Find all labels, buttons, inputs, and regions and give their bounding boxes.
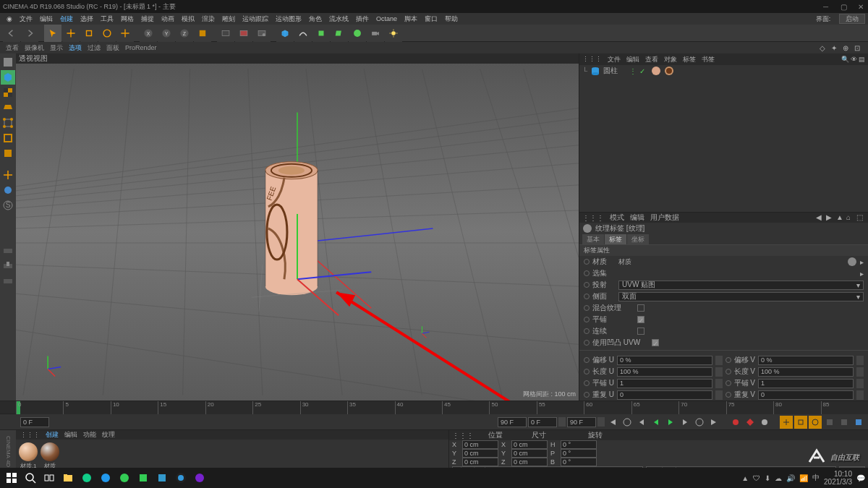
view-menu[interactable]: 查看: [6, 43, 19, 53]
rot-p-input[interactable]: [561, 449, 597, 458]
eye-icon[interactable]: 👁: [851, 56, 857, 63]
max-frame-input[interactable]: [567, 417, 596, 427]
rot-b-input[interactable]: [561, 458, 597, 466]
nav-next-icon[interactable]: ▶: [826, 213, 835, 222]
attr-edit[interactable]: 编辑: [630, 213, 644, 223]
edge-mode[interactable]: [1, 131, 15, 145]
app3-icon[interactable]: [153, 469, 171, 487]
attr-material-val[interactable]: 材质: [618, 257, 844, 267]
tray-icon[interactable]: 📶: [799, 474, 808, 482]
tag-tex2-icon[interactable]: [664, 66, 674, 76]
spinner-icon[interactable]: [856, 367, 864, 377]
generator[interactable]: [312, 25, 330, 42]
nav-lock-icon[interactable]: ⬚: [856, 213, 865, 222]
notif-icon[interactable]: 💬: [856, 474, 865, 482]
objmgr-file[interactable]: 文件: [608, 55, 621, 64]
menu-track[interactable]: 运动跟踪: [239, 14, 272, 24]
render-settings[interactable]: [253, 25, 271, 42]
size-z-input[interactable]: [511, 458, 548, 466]
start-button[interactable]: [3, 469, 20, 487]
menu-pipe[interactable]: 流水线: [326, 14, 352, 24]
deformer[interactable]: [331, 25, 348, 42]
search-icon[interactable]: [22, 469, 39, 487]
scale-tool[interactable]: [80, 25, 98, 42]
coord-system[interactable]: [194, 25, 211, 42]
pos-y-input[interactable]: [462, 449, 498, 458]
tray-ime[interactable]: 中: [812, 473, 820, 483]
axis-mode[interactable]: [1, 168, 15, 182]
render-pv[interactable]: [235, 25, 252, 42]
prim-spline[interactable]: [294, 25, 312, 42]
maximize-icon[interactable]: ▢: [841, 3, 848, 10]
move-tool[interactable]: [62, 25, 80, 42]
size-x-input[interactable]: [511, 440, 548, 449]
menu-tool[interactable]: 工具: [97, 14, 117, 24]
list-icon[interactable]: ▤: [859, 56, 865, 63]
material-item[interactable]: 材质.1: [19, 442, 38, 470]
view-nav-1[interactable]: ◇: [817, 43, 827, 53]
tag-tex1-icon[interactable]: [651, 66, 661, 76]
menu-plugin[interactable]: 插件: [352, 14, 373, 24]
attr-conn-check[interactable]: [637, 328, 644, 335]
objmgr-tags[interactable]: 标签: [683, 55, 696, 64]
spinner-icon[interactable]: [856, 379, 864, 388]
record-button[interactable]: [729, 416, 742, 429]
attr-side-select[interactable]: 双面▾: [618, 292, 864, 301]
browser-icon[interactable]: [97, 469, 114, 487]
scale-key[interactable]: [794, 416, 807, 429]
pla-key[interactable]: [838, 416, 851, 429]
attr-bump-check[interactable]: ✓: [652, 339, 659, 346]
fcurve-button[interactable]: [852, 416, 865, 429]
arrow-icon[interactable]: ▸: [860, 258, 864, 266]
menu-render[interactable]: 渲染: [198, 14, 218, 24]
camera[interactable]: [367, 25, 384, 42]
prorender-menu[interactable]: ProRender: [125, 44, 157, 51]
spinner-icon[interactable]: [597, 417, 605, 427]
menu-char[interactable]: 角色: [305, 14, 326, 24]
keymode-button[interactable]: [758, 416, 771, 429]
view-nav-4[interactable]: ⊡: [852, 43, 862, 53]
material-preview-icon[interactable]: [847, 257, 857, 267]
undo-button[interactable]: [3, 25, 20, 42]
rotate-tool[interactable]: [98, 25, 116, 42]
clock[interactable]: 10:10 2021/3/3: [824, 470, 852, 486]
windows-taskbar[interactable]: ▲ 🛡 ⬇ ☁ 🔊 📶 中 10:10 2021/3/3 💬: [0, 468, 868, 488]
minimize-icon[interactable]: ─: [823, 3, 830, 10]
point-mode[interactable]: [1, 116, 15, 130]
edge-icon[interactable]: [78, 469, 95, 487]
render-view[interactable]: [217, 25, 234, 42]
mat-create[interactable]: 创建: [46, 430, 59, 440]
app4-icon[interactable]: [191, 469, 208, 487]
prev-frame-button[interactable]: [635, 416, 648, 429]
offset-v-input[interactable]: [758, 356, 854, 365]
prev-key-button[interactable]: [621, 416, 634, 429]
locked-wp[interactable]: [1, 258, 15, 273]
material-item[interactable]: 材质: [41, 442, 59, 470]
repeat-u-input[interactable]: [617, 390, 712, 400]
recent-tool[interactable]: [116, 25, 134, 42]
spinner-icon[interactable]: [856, 390, 864, 400]
menu-select[interactable]: 选择: [77, 14, 97, 24]
pos-z-input[interactable]: [462, 458, 498, 466]
spinner-icon[interactable]: [715, 390, 723, 400]
attr-mix-check[interactable]: [637, 304, 644, 312]
view-nav-2[interactable]: ✦: [829, 43, 839, 53]
objmgr-book[interactable]: 书签: [702, 55, 715, 64]
play-back-button[interactable]: [650, 416, 663, 429]
mat-tex[interactable]: 纹理: [102, 430, 115, 440]
close-icon[interactable]: ✕: [858, 3, 865, 10]
c4d-task-icon[interactable]: [172, 469, 190, 487]
objmgr-edit[interactable]: 编辑: [626, 55, 639, 64]
length-v-input[interactable]: [758, 367, 854, 377]
next-frame-button[interactable]: [678, 416, 692, 429]
app1-icon[interactable]: [116, 469, 133, 487]
tray-icon[interactable]: ☁: [775, 474, 782, 482]
display-menu[interactable]: 显示: [50, 43, 63, 53]
size-y-input[interactable]: [511, 449, 548, 458]
spinner-icon[interactable]: [715, 367, 723, 377]
pos-x-input[interactable]: [462, 440, 498, 449]
menu-mesh[interactable]: 网格: [117, 14, 137, 24]
filter-menu[interactable]: 过滤: [88, 43, 101, 53]
layout-button[interactable]: 启动: [839, 14, 865, 24]
menu-sculpt[interactable]: 雕刻: [218, 14, 239, 24]
